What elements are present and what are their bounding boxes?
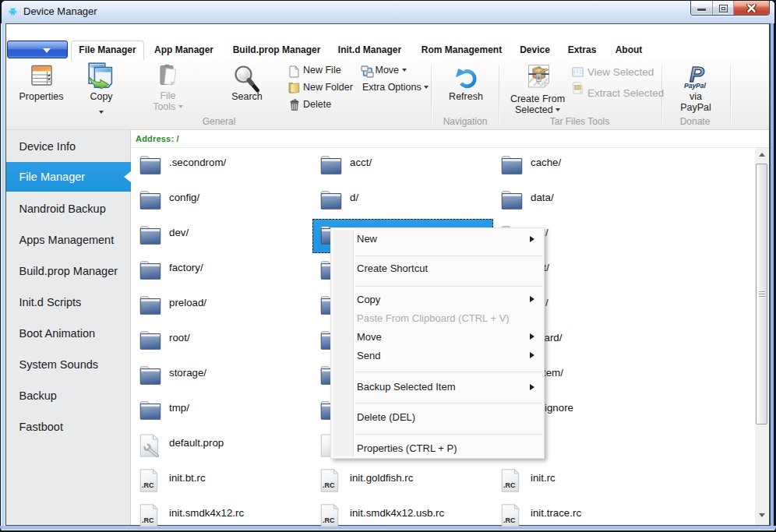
svg-text:PayPal: PayPal	[684, 82, 707, 90]
